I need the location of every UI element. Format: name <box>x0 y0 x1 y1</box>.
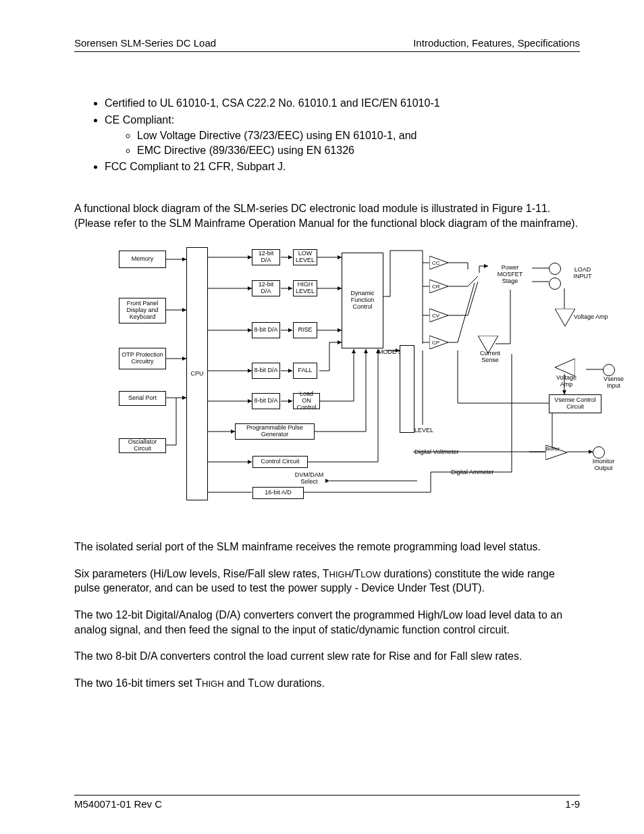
svg-text:CV: CV <box>432 313 440 319</box>
intro-paragraph: A functional block diagram of the SLM-se… <box>74 201 580 230</box>
header-left: Sorensen SLM-Series DC Load <box>74 37 216 49</box>
label-vsense-input: Vsense Input <box>599 376 628 390</box>
label-imonitor: Imonitor Output <box>587 459 620 472</box>
label-current-sense: Current Sense <box>475 350 505 364</box>
compliance-list: Certified to UL 61010-1, CSA C22.2 No. 6… <box>105 96 580 174</box>
block-front-panel: Front Panel Display and Keyboard <box>119 298 166 323</box>
block-da8-rise: 8-bit D/A <box>252 322 280 338</box>
block-otp: OTP Protection Circuitry <box>119 348 166 369</box>
block-fall: FALL <box>293 363 317 379</box>
label-level: LEVEL <box>414 427 433 434</box>
page-footer: M540071-01 Rev C 1-9 <box>74 795 580 810</box>
block-mode-select <box>400 345 414 433</box>
block-cpu: CPU <box>186 247 208 500</box>
list-item: Low Voltage Directive (73/23/EEC) using … <box>137 128 580 143</box>
block-rise: RISE <box>293 322 317 338</box>
block-low-level: LOW LEVEL <box>293 249 317 265</box>
block-dynamic-function: Dynamic Function Control <box>342 253 383 348</box>
block-load-on: Load ON Control <box>293 393 320 409</box>
comparator-cv-icon: CV <box>429 309 450 322</box>
page-header: Sorensen SLM-Series DC Load Introduction… <box>74 37 580 52</box>
block-16bit-ad: 16-bit A/D <box>252 487 304 499</box>
footer-left: M540071-01 Rev C <box>74 798 162 810</box>
label-buffer: Buffer <box>545 446 560 452</box>
voltage-amp-icon <box>555 309 575 326</box>
block-vsense-control: Vsense Control Circuit <box>549 394 601 413</box>
block-high-level: HIGH LEVEL <box>293 280 317 296</box>
list-item: EMC Directive (89/336/EEC) using EN 6132… <box>137 143 580 158</box>
block-da8-fall: 8-bit D/A <box>252 363 280 379</box>
block-ppg: Programmable Pulse Generator <box>235 423 315 440</box>
block-diagram: Memory Front Panel Display and Keyboard … <box>100 242 620 513</box>
paragraph: The isolated serial port of the SLM main… <box>74 540 580 554</box>
block-da8-loadon: 8-bit D/A <box>252 393 280 409</box>
svg-text:CC: CC <box>432 260 440 266</box>
label-digital-voltmeter: Digital Voltmeter <box>414 449 459 456</box>
block-serial: Serial Port <box>119 391 166 406</box>
list-item: Certified to UL 61010-1, CSA C22.2 No. 6… <box>105 96 580 111</box>
svg-line-45 <box>468 282 478 315</box>
block-da12-high: 12-bit D/A <box>252 280 280 296</box>
comparator-cc-icon: CC <box>429 256 450 269</box>
block-mosfet: Power MOSFET Stage <box>488 259 532 290</box>
svg-text:CP: CP <box>432 340 439 346</box>
block-memory: Memory <box>119 251 166 268</box>
list-item: CE Compliant: Low Voltage Directive (73/… <box>105 113 580 158</box>
footer-right: 1-9 <box>565 798 580 810</box>
comparator-cr-icon: CR <box>429 280 450 293</box>
label-dvm-dam-select: DVM/DAM Select <box>289 472 329 486</box>
paragraph: The two 16-bit timers set THIGH and TLOW… <box>74 676 580 691</box>
label-load-input: LOAD INPUT <box>566 267 599 280</box>
svg-line-47 <box>458 283 475 342</box>
block-da12-low: 12-bit D/A <box>252 249 280 265</box>
paragraph: The two 8-bit D/A converters control the… <box>74 649 580 664</box>
label-voltage-amp2: Voltage Amp <box>552 375 581 388</box>
header-right: Introduction, Features, Specifications <box>413 37 580 49</box>
paragraph: The two 12-bit Digital/Analog (D/A) conv… <box>74 608 580 637</box>
list-item-text: CE Compliant: <box>105 114 174 126</box>
label-voltage-amp: Voltage Amp <box>574 314 608 321</box>
svg-line-43 <box>468 276 478 286</box>
block-oscillator: Osciallator Circuit <box>119 438 166 453</box>
svg-text:CR: CR <box>432 284 440 290</box>
list-item: FCC Compliant to 21 CFR, Subpart J. <box>105 159 580 174</box>
block-control-circuit: Control Circuit <box>252 456 308 468</box>
label-digital-ammeter: Digital Ammeter <box>451 469 494 476</box>
comparator-cp-icon: CP <box>429 336 450 349</box>
paragraph: Six parameters (Hi/Low levels, Rise/Fall… <box>74 567 580 596</box>
svg-marker-77 <box>555 309 575 326</box>
